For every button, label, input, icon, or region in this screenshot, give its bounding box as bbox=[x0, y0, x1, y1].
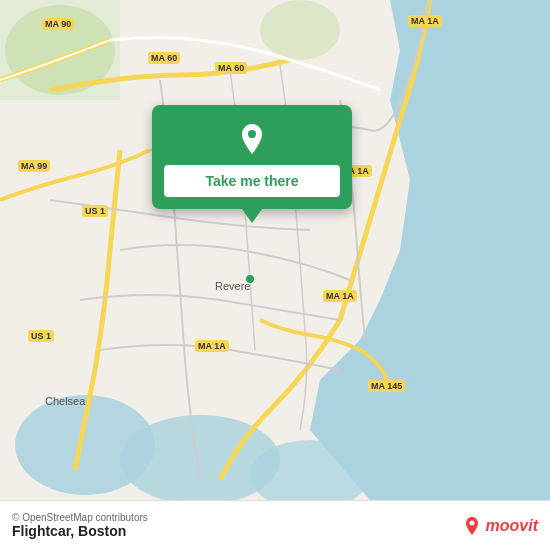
bottom-bar: © OpenStreetMap contributors Flightcar, … bbox=[0, 500, 550, 550]
app-name-text: Flightcar, Boston bbox=[12, 523, 148, 539]
take-me-there-button[interactable]: Take me there bbox=[164, 165, 340, 197]
moovit-text: moovit bbox=[486, 517, 538, 535]
location-pin-icon bbox=[234, 121, 270, 157]
copyright-text: © OpenStreetMap contributors bbox=[12, 512, 148, 523]
svg-point-8 bbox=[248, 130, 256, 138]
road-label-ma60b: MA 60 bbox=[215, 62, 247, 74]
road-network bbox=[0, 0, 550, 500]
bottom-left: © OpenStreetMap contributors Flightcar, … bbox=[12, 512, 148, 539]
moovit-logo: moovit bbox=[462, 516, 538, 536]
road-label-ma145: MA 145 bbox=[368, 380, 405, 392]
revere-label: Revere bbox=[215, 280, 250, 292]
svg-point-7 bbox=[260, 0, 340, 60]
svg-point-9 bbox=[469, 520, 474, 525]
popup-card: Take me there bbox=[152, 105, 352, 209]
road-label-ma1a-bottom: MA 1A bbox=[195, 340, 229, 352]
road-label-us1b: US 1 bbox=[28, 330, 54, 342]
map-container: Revere Chelsea MA 90 MA 60 MA 60 MA 1A M… bbox=[0, 0, 550, 500]
road-label-ma1a-top: MA 1A bbox=[408, 15, 442, 27]
road-label-ma1a-lower: MA 1A bbox=[323, 290, 357, 302]
chelsea-label: Chelsea bbox=[45, 395, 85, 407]
road-label-ma90: MA 90 bbox=[42, 18, 74, 30]
moovit-pin-icon bbox=[462, 516, 482, 536]
road-label-us1a: US 1 bbox=[82, 205, 108, 217]
map-pin-dot bbox=[246, 275, 254, 283]
road-label-ma99: MA 99 bbox=[18, 160, 50, 172]
road-label-ma60a: MA 60 bbox=[148, 52, 180, 64]
